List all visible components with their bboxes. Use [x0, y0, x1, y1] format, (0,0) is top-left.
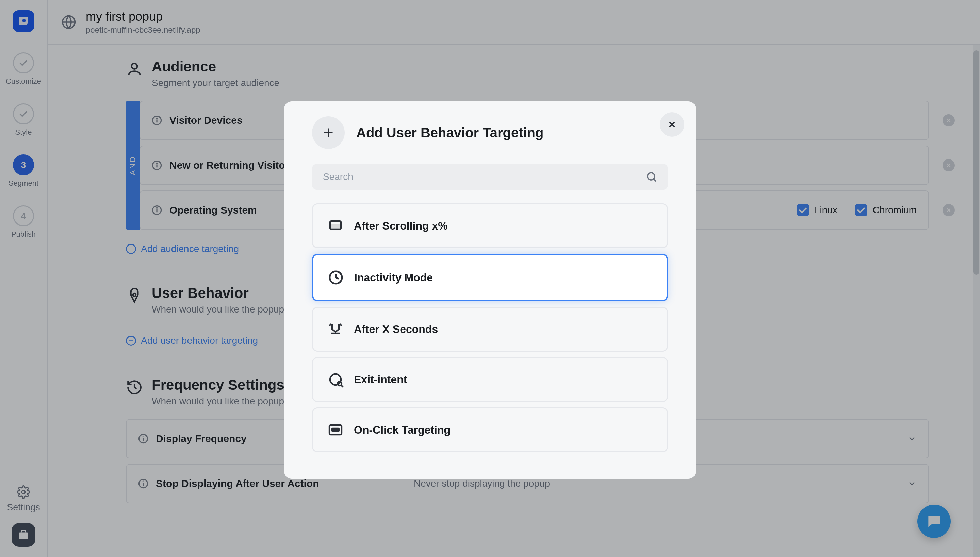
option-inactivity-mode[interactable]: Inactivity Mode — [312, 254, 668, 301]
modal-title: Add User Behavior Targeting — [356, 125, 544, 140]
svg-line-42 — [341, 385, 343, 387]
svg-rect-38 — [330, 225, 341, 229]
option-exit-intent[interactable]: Exit-intent — [312, 357, 668, 402]
close-button[interactable] — [660, 112, 684, 137]
svg-rect-44 — [332, 428, 339, 431]
modal-overlay[interactable]: + Add User Behavior Targeting After Scro… — [0, 0, 980, 557]
plus-icon: + — [312, 116, 345, 149]
add-behavior-modal: + Add User Behavior Targeting After Scro… — [284, 101, 696, 479]
svg-line-36 — [654, 179, 657, 182]
search-field[interactable] — [312, 164, 668, 190]
search-input[interactable] — [322, 171, 645, 182]
option-after-x-seconds[interactable]: After X Seconds — [312, 307, 668, 352]
svg-point-35 — [648, 173, 655, 180]
option-on-click[interactable]: On-Click Targeting — [312, 407, 668, 452]
scroll-icon — [327, 218, 344, 234]
svg-point-40 — [330, 374, 341, 385]
search-icon — [645, 171, 658, 183]
clock-icon — [328, 269, 344, 286]
click-icon — [327, 422, 344, 438]
exit-icon — [327, 371, 344, 388]
timer-icon — [327, 321, 344, 337]
option-after-scrolling[interactable]: After Scrolling x% — [312, 204, 668, 248]
